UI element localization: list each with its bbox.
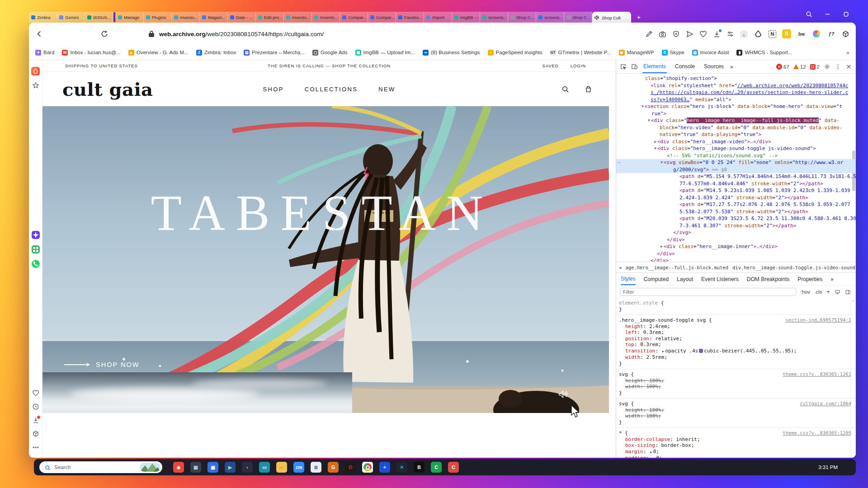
tree-node-line[interactable]: <link rel="stylesheet" href="//web.archi… bbox=[616, 82, 856, 89]
tree-node-line[interactable]: </div> bbox=[616, 257, 856, 262]
css-property[interactable]: padding: ▶0; bbox=[619, 455, 853, 458]
tree-node-line[interactable]: native="true" data-playing="true"> bbox=[616, 131, 856, 138]
device-toolbar-icon[interactable] bbox=[631, 63, 638, 70]
browser-tab[interactable]: Compar... bbox=[340, 12, 368, 23]
styles-tab-properties[interactable]: Properties bbox=[798, 276, 823, 282]
error-badge[interactable]: ✕67 bbox=[776, 64, 789, 70]
heart-icon[interactable] bbox=[32, 389, 39, 397]
recycle-icon[interactable] bbox=[754, 29, 763, 38]
tree-node-line[interactable]: class="shopify-section"> bbox=[616, 75, 856, 82]
pseudo-toggle[interactable]: :hov bbox=[801, 289, 810, 295]
tree-node-line[interactable]: 5.538-2.077 5.538" stroke-width="2"></pa… bbox=[616, 208, 856, 216]
tree-node-line[interactable]: ▼<div class="hero__image hero__image--fu… bbox=[616, 117, 856, 124]
tree-node-line[interactable]: 7-3.461 8.307" stroke-width="2"></path> bbox=[616, 222, 856, 230]
reload-icon[interactable] bbox=[100, 30, 108, 38]
taskbar-clock[interactable]: 3:31 PM bbox=[818, 465, 838, 470]
gear-icon[interactable] bbox=[824, 63, 830, 70]
browser-tab[interactable]: ImgBB — bbox=[452, 12, 480, 23]
clock-icon[interactable] bbox=[32, 403, 39, 410]
download-badge-icon[interactable] bbox=[32, 417, 39, 424]
elements-tree[interactable]: class="shopify-section"><link rel="style… bbox=[616, 74, 856, 262]
styles-tab-styles[interactable]: Styles bbox=[621, 273, 636, 285]
search-icon[interactable] bbox=[561, 85, 569, 93]
app-photos[interactable]: ▣ bbox=[208, 462, 218, 473]
app-notes[interactable]: ≣ bbox=[311, 462, 321, 473]
star-icon[interactable] bbox=[32, 82, 39, 89]
tree-node-line[interactable]: block="hero-video" data-id="0" data-mobi… bbox=[616, 124, 856, 131]
tree-node-line[interactable]: ▼<div class="hero__image-sound-toggle js… bbox=[616, 145, 856, 152]
cart-bag-icon[interactable] bbox=[585, 85, 592, 93]
app-b[interactable]: B bbox=[414, 462, 425, 473]
nav-new[interactable]: NEW bbox=[378, 86, 395, 93]
fn-help-icon[interactable]: ƒ? bbox=[827, 29, 836, 38]
app-display[interactable]: ▭ bbox=[259, 462, 270, 473]
class-toggle[interactable]: .cls bbox=[815, 289, 822, 295]
app-folder[interactable]: ▱ bbox=[276, 462, 287, 473]
whatsapp-icon[interactable] bbox=[32, 260, 40, 268]
bookmark-item[interactable]: ▢Google Ads bbox=[312, 50, 347, 56]
pen-icon[interactable] bbox=[645, 30, 653, 38]
css-property[interactable]: box-sizing: border-box; bbox=[619, 442, 853, 449]
browser-tab[interactable]: Facebo... bbox=[396, 12, 424, 23]
tree-node-line[interactable]: <path d="M20.039 3S23.5 6.72 23.5 11.308… bbox=[616, 215, 856, 222]
browser-tab[interactable]: Plugins bbox=[144, 12, 172, 23]
hero-video[interactable]: TABESTAN SHOP NOW bbox=[42, 106, 609, 413]
tree-node-line[interactable]: <path d="M17.27 5.77s2.076 2.48 2.076 5.… bbox=[616, 201, 856, 208]
devtools-tab-console[interactable]: Console bbox=[674, 61, 696, 73]
app-code[interactable]: ✕ bbox=[396, 462, 407, 473]
app-calculator[interactable]: ▦ bbox=[190, 462, 201, 473]
app-sharp-red[interactable]: C bbox=[448, 462, 459, 473]
tree-node-line[interactable]: 77-6.577m0-4.846v4.846" stroke-width="2"… bbox=[616, 180, 856, 188]
css-rule[interactable]: * {theme.css?v..830365:1209border-collap… bbox=[616, 428, 856, 458]
new-tab-button[interactable]: + bbox=[634, 12, 644, 22]
tree-node-line[interactable]: ▶<div class="hero__image-video">…</div> bbox=[616, 138, 856, 145]
app-red-diamond[interactable]: ◆ bbox=[173, 462, 184, 473]
bookmark-item[interactable]: MInbox - lucian.hus@... bbox=[62, 50, 120, 56]
browser-tab[interactable]: Gemini bbox=[57, 12, 85, 23]
taskbar-search[interactable]: Search bbox=[39, 461, 162, 473]
inspect-element-icon[interactable] bbox=[620, 63, 627, 70]
bookmark-item[interactable]: ▣ImgBB — Upload Im... bbox=[355, 50, 415, 56]
css-property[interactable]: left: 0.3rem; bbox=[619, 329, 853, 336]
app-paint[interactable]: ✦ bbox=[379, 462, 390, 473]
ellipsis-icon[interactable] bbox=[32, 444, 39, 451]
browser-tab[interactable]: screens... bbox=[480, 12, 508, 23]
tree-node-line[interactable]: ⋯▼<svg viewBox="0 0 25 24" fill="none" x… bbox=[616, 159, 856, 166]
bookmarks-overflow-icon[interactable]: » bbox=[846, 49, 849, 56]
panel-dock-icon[interactable] bbox=[845, 289, 851, 295]
download-icon[interactable] bbox=[713, 30, 721, 38]
css-property[interactable]: width: 2.5rem; bbox=[619, 354, 853, 361]
nav-shop[interactable]: SHOP bbox=[263, 86, 283, 93]
close-devtools-icon[interactable] bbox=[845, 63, 852, 70]
bookmark-item[interactable]: ▤Invoice Asist bbox=[692, 50, 729, 56]
maximize-icon[interactable] bbox=[843, 11, 849, 18]
bookmark-item[interactable]: ▤Prezentare – Mercha... bbox=[244, 50, 305, 56]
cube-icon[interactable] bbox=[842, 30, 849, 38]
css-property[interactable]: top: 0.3rem; bbox=[619, 342, 853, 348]
css-rule[interactable]: svg {cultgaia.com/:1064height: 100%;widt… bbox=[616, 399, 856, 428]
app-sharp-green[interactable]: C bbox=[431, 462, 442, 473]
search-highlight-thumbnail[interactable] bbox=[140, 463, 160, 472]
shield-x-icon[interactable] bbox=[672, 30, 680, 38]
bookmark-item[interactable]: ZZimbra: Inbox bbox=[196, 50, 236, 56]
lock-icon[interactable] bbox=[147, 30, 156, 38]
back-icon[interactable] bbox=[35, 30, 43, 38]
tab-search-icon[interactable] bbox=[806, 11, 812, 18]
styles-scrollbar[interactable] bbox=[851, 298, 856, 458]
browser-tab[interactable]: Manage bbox=[116, 12, 144, 23]
imgbb-tile-icon[interactable]: ⠿ bbox=[782, 29, 791, 38]
app-gridinsoft[interactable]: G bbox=[328, 462, 339, 473]
css-source-link[interactable]: theme.css?v..830365:1209 bbox=[783, 430, 851, 436]
tree-node-line[interactable]: <path d="M14.5 9.23s1.039 1.085 1.039 2.… bbox=[616, 187, 856, 194]
tree-node-line[interactable]: ▶<div class="hero__image-inner">…</div> bbox=[616, 243, 856, 250]
tree-node-line[interactable]: <path d="M5.154 9.577H1v4.846h4.154m0-4.… bbox=[616, 173, 856, 180]
breadcrumb-left-arrow[interactable]: ◀ bbox=[619, 265, 621, 270]
styles-tabs-overflow[interactable]: » bbox=[830, 276, 834, 282]
css-property[interactable]: margin: ▶0; bbox=[619, 449, 853, 455]
bookmark-item[interactable]: ▲Overview - G. Ads M... bbox=[128, 50, 189, 56]
bookmark-item[interactable]: ⚡PageSpeed Insights bbox=[488, 50, 542, 56]
browser-tab[interactable]: W3Sch... bbox=[85, 12, 113, 23]
tree-node-line[interactable]: rue"> bbox=[616, 110, 856, 117]
cubic-bezier-icon[interactable] bbox=[699, 349, 703, 353]
css-property[interactable]: transition: ▶opacity .4scubic-bezier(.44… bbox=[619, 348, 853, 355]
